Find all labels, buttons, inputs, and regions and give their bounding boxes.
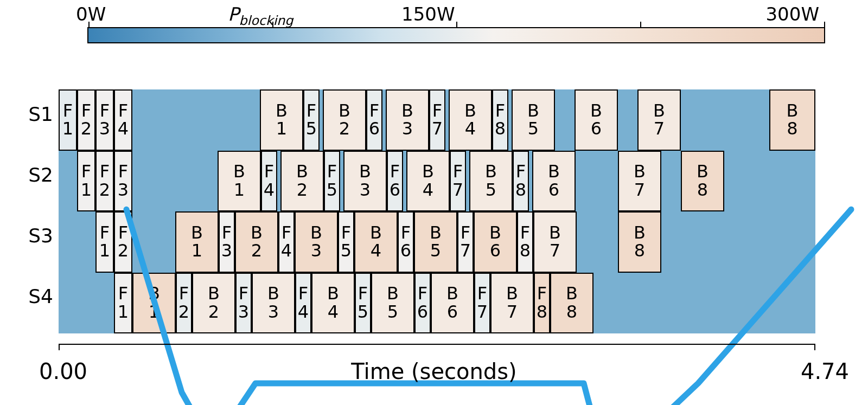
cell-S4-F3: F3 [235, 273, 252, 334]
cell-S4-B8: B8 [550, 273, 593, 334]
cell-S4-F5: F5 [355, 273, 371, 334]
cell-S2-B5: B5 [469, 151, 513, 212]
cell-S1-B5: B5 [512, 89, 555, 151]
cell-S4-F1: F1 [114, 273, 132, 334]
cell-S3-B2: B2 [235, 211, 278, 273]
cell-S1-B3: B3 [386, 89, 429, 151]
cell-S1-B2: B2 [323, 89, 366, 151]
cell-S2-F8: F8 [513, 151, 529, 212]
cell-S2-F2: F2 [95, 151, 114, 212]
cell-S1-B1: B1 [260, 89, 303, 151]
cell-S3-B4: B4 [354, 211, 398, 273]
cell-S4-B1: B1 [132, 273, 176, 334]
cell-S4-B3: B3 [252, 273, 295, 334]
cell-S3-F1: F1 [95, 211, 114, 273]
cell-S1-F1: F1 [59, 89, 77, 151]
cell-S2-B4: B4 [406, 151, 450, 212]
cell-S2-F6: F6 [387, 151, 403, 212]
colorbar-label-pblocking: Pblocking [228, 3, 293, 28]
cell-S4-B5: B5 [371, 273, 414, 334]
cell-S3-B7: B7 [533, 211, 577, 273]
cell-S4-F8: F8 [534, 273, 550, 334]
cell-S1-F3: F3 [95, 89, 114, 151]
cell-S3-F5: F5 [338, 211, 354, 273]
y-label-s2: S2 [15, 164, 53, 186]
row-s3: F1F2B1F3B2F4B3F5B4F6B5F7B6F8B7B8 [59, 211, 815, 273]
cell-S4-F6: F6 [414, 273, 431, 334]
cell-S2-B7: B7 [618, 151, 661, 212]
cell-S2-B6: B6 [532, 151, 576, 212]
cell-S2-F3: F3 [114, 151, 132, 212]
cell-S2-F4: F4 [261, 151, 277, 212]
cell-S1-F4: F4 [114, 89, 132, 151]
cell-S1-F5: F5 [303, 89, 320, 151]
cell-S1-B7: B7 [637, 89, 681, 151]
cell-S3-B5: B5 [414, 211, 457, 273]
row-s1: F1F2F3F4B1F5B2F6B3F7B4F8B5B6B7B8 [59, 89, 815, 151]
cell-S1-F2: F2 [77, 89, 95, 151]
cell-S3-F2: F2 [114, 211, 132, 273]
cell-S3-F6: F6 [398, 211, 414, 273]
cell-S2-B2: B2 [280, 151, 324, 212]
cell-S4-B6: B6 [431, 273, 474, 334]
cell-S2-B3: B3 [343, 151, 387, 212]
y-label-s3: S3 [15, 224, 53, 247]
cell-S3-F4: F4 [278, 211, 295, 273]
colorbar-tick-150: 150W [401, 3, 455, 25]
cell-S3-B8: B8 [618, 211, 661, 273]
cell-S4-B4: B4 [311, 273, 355, 334]
cell-S2-B1: B1 [218, 151, 261, 212]
x-tick-start [59, 344, 60, 350]
cell-S4-F4: F4 [295, 273, 311, 334]
cell-S1-F8: F8 [492, 89, 508, 151]
cell-S1-F6: F6 [366, 89, 382, 151]
cell-S4-B7: B7 [490, 273, 534, 334]
x-axis [59, 344, 815, 345]
y-label-s1: S1 [15, 103, 53, 125]
colorbar-legend: 0W Pblocking 150W 300W [71, 3, 814, 25]
cell-S2-F7: F7 [450, 151, 466, 212]
cell-S2-F1: F1 [77, 151, 95, 212]
cell-S1-B6: B6 [575, 89, 618, 151]
colorbar-tick-300: 300W [765, 3, 819, 25]
cell-S3-B6: B6 [474, 211, 517, 273]
cell-S1-B8: B8 [769, 89, 815, 151]
y-label-s4: S4 [15, 285, 53, 307]
cell-S3-F7: F7 [457, 211, 474, 273]
cell-S2-B8: B8 [681, 151, 724, 212]
cell-S4-F2: F2 [176, 273, 192, 334]
cell-S4-B2: B2 [192, 273, 235, 334]
x-label-end: 4.74 [801, 359, 849, 384]
cell-S1-F7: F7 [429, 89, 445, 151]
x-tick-end [814, 344, 815, 350]
row-s2: F1F2F3B1F4B2F5B3F6B4F7B5F8B6B7B8 [59, 151, 815, 212]
x-axis-title: Time (seconds) [0, 359, 868, 384]
colorbar-gradient [87, 27, 825, 43]
cell-S4-F7: F7 [474, 273, 490, 334]
cell-S3-B1: B1 [175, 211, 219, 273]
row-s4: F1B1F2B2F3B3F4B4F5B5F6B6F7B7F8B8 [59, 273, 815, 334]
cell-S3-F3: F3 [219, 211, 235, 273]
timeline-plot: F1F2F3F4B1F5B2F6B3F7B4F8B5B6B7B8 F1F2F3B… [59, 89, 815, 333]
cell-S3-B3: B3 [295, 211, 338, 273]
cell-S3-F8: F8 [517, 211, 533, 273]
cell-S1-B4: B4 [449, 89, 492, 151]
cell-S2-F5: F5 [324, 151, 340, 212]
colorbar-tick-0: 0W [76, 3, 106, 25]
